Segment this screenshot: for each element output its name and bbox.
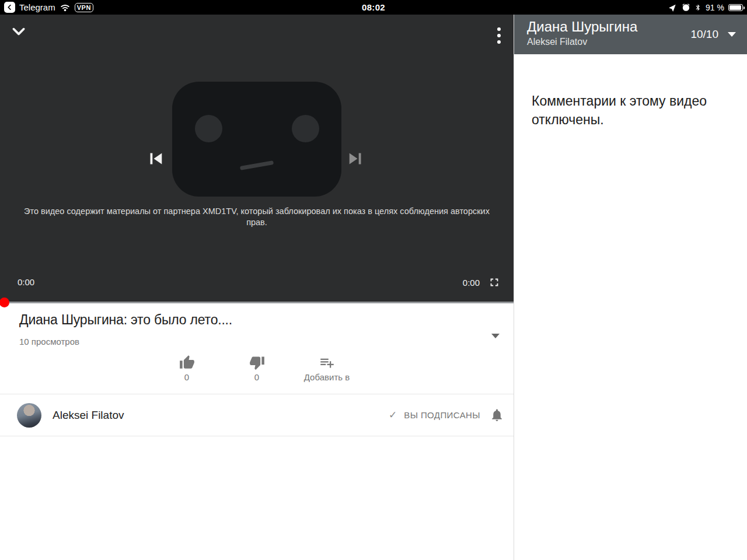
fullscreen-icon: [488, 276, 501, 289]
channel-name: Aleksei Filatov: [53, 409, 124, 422]
add-to-playlist-button[interactable]: Добавить в: [292, 355, 362, 382]
playlist-panel-header[interactable]: Диана Шурыгина Aleksei Filatov 10/10: [514, 15, 747, 54]
playlist-panel: Диана Шурыгина Aleksei Filatov 10/10 Ком…: [514, 15, 747, 560]
expand-description-icon[interactable]: [491, 334, 500, 338]
playlist-position-toggle[interactable]: 10/10: [690, 15, 736, 54]
video-player[interactable]: Это видео содержит материалы от партнера…: [0, 15, 514, 302]
playlist-owner: Aleksei Filatov: [527, 37, 587, 47]
notification-bell-button[interactable]: [490, 408, 504, 422]
playlist-title: Диана Шурыгина: [527, 19, 637, 35]
thumb-up-icon: [179, 355, 195, 370]
action-bar: 0 0 Добавить в: [152, 355, 362, 382]
status-bar: Telegram VPN 08:02 91 %: [0, 0, 747, 15]
current-time: 0:00: [18, 277, 34, 287]
divider: [0, 436, 514, 436]
placeholder-eye: [292, 115, 319, 142]
subscribed-label: ВЫ ПОДПИСАНЫ: [404, 410, 480, 420]
youtube-ipad-screen: Telegram VPN 08:02 91 %: [0, 0, 747, 560]
channel-row[interactable]: Aleksei Filatov ✓ ВЫ ПОДПИСАНЫ: [0, 394, 514, 436]
seek-scrubber[interactable]: [0, 298, 9, 307]
dislike-count: 0: [254, 372, 259, 382]
battery-percent: 91 %: [706, 3, 724, 12]
view-count: 10 просмотров: [19, 337, 79, 346]
video-title: Диана Шурыгина: это было лето....: [19, 312, 469, 328]
add-to-label: Добавить в: [304, 372, 350, 382]
like-button[interactable]: 0: [152, 355, 222, 382]
check-icon: ✓: [389, 409, 397, 421]
alarm-clock-icon: [682, 3, 690, 12]
status-time: 08:02: [0, 0, 747, 15]
channel-avatar[interactable]: [17, 403, 41, 428]
duration: 0:00: [463, 278, 480, 288]
location-arrow-icon: [667, 1, 679, 13]
previous-video-button[interactable]: [145, 148, 167, 172]
chevron-down-icon: [10, 24, 27, 39]
battery-icon: [728, 4, 743, 11]
bell-icon: [490, 408, 504, 422]
playlist-position: 10/10: [690, 28, 718, 41]
seek-bar[interactable]: [0, 302, 514, 303]
placeholder-eye: [195, 115, 222, 142]
minimize-player-button[interactable]: [10, 24, 27, 41]
skip-previous-icon: [145, 148, 167, 170]
watch-column: Это видео содержит материалы от партнера…: [0, 15, 514, 560]
blocked-video-message: Это видео содержит материалы от партнера…: [23, 206, 490, 228]
subscribed-button[interactable]: ✓ ВЫ ПОДПИСАНЫ: [389, 394, 504, 436]
chevron-down-icon: [728, 32, 736, 37]
blocked-video-placeholder: [172, 82, 341, 197]
like-count: 0: [184, 372, 189, 382]
player-overflow-menu-icon[interactable]: [496, 26, 502, 45]
comments-disabled-notice: Комментарии к этому видео отключены.: [532, 92, 733, 129]
next-video-button[interactable]: [344, 148, 366, 172]
dislike-button[interactable]: 0: [222, 355, 292, 382]
skip-next-icon: [344, 148, 366, 170]
thumb-down-icon: [249, 355, 265, 370]
placeholder-mouth: [240, 160, 274, 170]
playlist-add-icon: [319, 355, 335, 370]
fullscreen-button[interactable]: [488, 276, 501, 289]
bluetooth-icon: [694, 3, 701, 12]
